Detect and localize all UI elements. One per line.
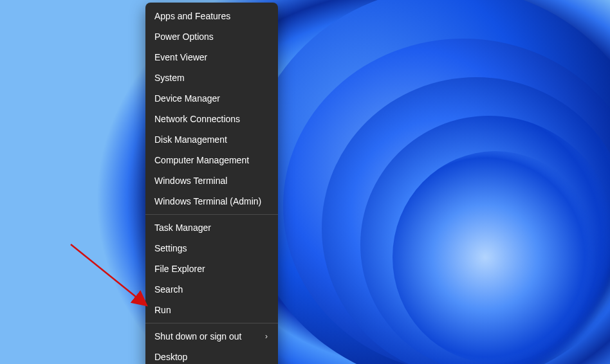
menu-item-label: Search bbox=[154, 284, 183, 295]
menu-item-device-manager[interactable]: Device Manager bbox=[145, 88, 278, 109]
menu-item-system[interactable]: System bbox=[145, 68, 278, 88]
menu-item-desktop[interactable]: Desktop bbox=[145, 347, 278, 364]
menu-item-label: Disk Management bbox=[154, 134, 227, 145]
menu-item-label: Run bbox=[154, 304, 171, 316]
menu-item-apps-and-features[interactable]: Apps and Features bbox=[145, 6, 278, 26]
menu-item-task-manager[interactable]: Task Manager bbox=[145, 217, 278, 238]
menu-item-label: Windows Terminal (Admin) bbox=[154, 196, 261, 207]
menu-separator bbox=[145, 323, 278, 323]
menu-item-search[interactable]: Search bbox=[145, 279, 278, 300]
menu-item-label: Task Manager bbox=[154, 222, 211, 233]
menu-item-shutdown-signout[interactable]: Shut down or sign out › bbox=[145, 326, 278, 347]
menu-item-label: Shut down or sign out bbox=[154, 331, 241, 342]
menu-item-computer-management[interactable]: Computer Management bbox=[145, 150, 278, 170]
menu-item-label: Event Viewer bbox=[154, 51, 207, 63]
menu-item-windows-terminal-admin[interactable]: Windows Terminal (Admin) bbox=[145, 191, 278, 212]
menu-item-network-connections[interactable]: Network Connections bbox=[145, 109, 278, 129]
winx-context-menu: Apps and Features Power Options Event Vi… bbox=[145, 3, 278, 364]
menu-item-label: Apps and Features bbox=[154, 10, 230, 22]
desktop-background[interactable]: Apps and Features Power Options Event Vi… bbox=[0, 0, 610, 364]
menu-item-label: Settings bbox=[154, 242, 187, 254]
menu-separator bbox=[145, 214, 278, 215]
menu-item-label: Power Options bbox=[154, 31, 214, 42]
menu-item-label: Computer Management bbox=[154, 154, 249, 166]
menu-item-label: Device Manager bbox=[154, 93, 220, 104]
menu-item-power-options[interactable]: Power Options bbox=[145, 26, 278, 47]
menu-item-label: Desktop bbox=[154, 351, 187, 363]
svg-line-0 bbox=[71, 244, 147, 305]
menu-item-label: Network Connections bbox=[154, 113, 240, 125]
menu-item-label: System bbox=[154, 72, 185, 84]
menu-item-event-viewer[interactable]: Event Viewer bbox=[145, 47, 278, 68]
menu-item-label: File Explorer bbox=[154, 263, 205, 275]
menu-item-file-explorer[interactable]: File Explorer bbox=[145, 259, 278, 279]
menu-item-run[interactable]: Run bbox=[145, 300, 278, 320]
chevron-right-icon: › bbox=[265, 331, 269, 342]
menu-item-settings[interactable]: Settings bbox=[145, 238, 278, 259]
menu-item-disk-management[interactable]: Disk Management bbox=[145, 129, 278, 150]
menu-item-windows-terminal[interactable]: Windows Terminal bbox=[145, 170, 278, 191]
menu-item-label: Windows Terminal bbox=[154, 175, 227, 187]
